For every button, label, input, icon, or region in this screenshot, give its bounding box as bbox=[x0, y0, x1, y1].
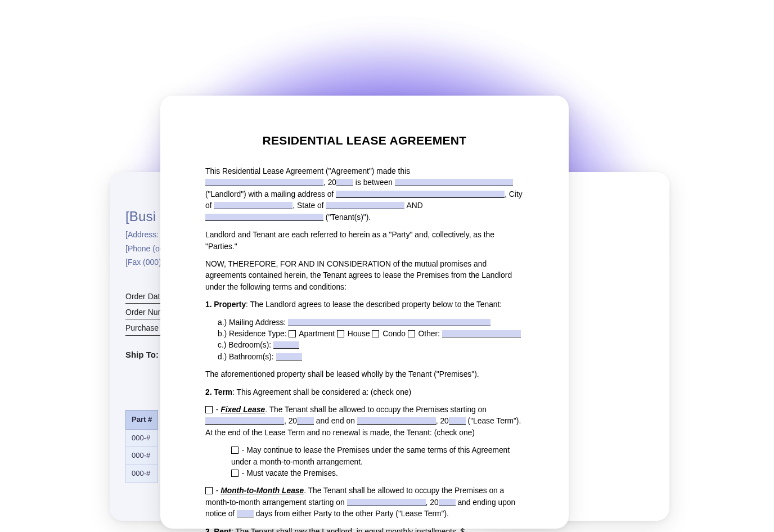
blank-bedrooms[interactable] bbox=[273, 341, 299, 349]
blank-address[interactable] bbox=[336, 191, 505, 198]
prop-residence-type: b.) Residence Type: Apartment House Cond… bbox=[218, 328, 524, 340]
blank-mailing-address[interactable] bbox=[288, 319, 490, 326]
table-row: 000-# bbox=[126, 447, 158, 465]
section-2: 2. Term: This Agreement shall be conside… bbox=[205, 387, 524, 398]
stage: [Busi [Address: - [Phone (oc [Fax (000) … bbox=[0, 0, 774, 532]
checkbox-must-vacate[interactable] bbox=[231, 470, 238, 477]
blank-tenant[interactable] bbox=[205, 214, 323, 221]
checkbox-apartment[interactable] bbox=[289, 330, 296, 337]
blank-mtm-year[interactable] bbox=[439, 499, 456, 506]
blank-date[interactable] bbox=[205, 179, 323, 186]
blank-year[interactable] bbox=[336, 179, 353, 186]
prop-bedrooms: c.) Bedroom(s): bbox=[218, 340, 524, 351]
blank-other-type[interactable] bbox=[442, 330, 521, 337]
property-details: a.) Mailing Address: b.) Residence Type:… bbox=[218, 317, 524, 363]
parties-line: Landlord and Tenant are each referred to… bbox=[205, 229, 524, 253]
blank-landlord[interactable] bbox=[395, 179, 513, 186]
order-number-label: Order Num bbox=[125, 306, 164, 319]
blank-notice-days[interactable] bbox=[237, 510, 254, 517]
blank-start-year[interactable] bbox=[297, 417, 314, 425]
blank-end-year[interactable] bbox=[449, 417, 466, 425]
checkbox-house[interactable] bbox=[337, 330, 344, 337]
prop-bathrooms: d.) Bathroom(s): bbox=[218, 351, 524, 363]
checkbox-other[interactable] bbox=[408, 330, 415, 337]
prop-mailing: a.) Mailing Address: bbox=[218, 317, 524, 328]
card-lease-agreement: RESIDENTIAL LEASE AGREEMENT This Residen… bbox=[160, 96, 569, 529]
blank-state[interactable] bbox=[326, 202, 404, 209]
blank-start-date[interactable] bbox=[205, 417, 284, 425]
checkbox-condo[interactable] bbox=[372, 330, 379, 337]
document-title: RESIDENTIAL LEASE AGREEMENT bbox=[205, 132, 524, 149]
blank-end-date[interactable] bbox=[357, 417, 436, 425]
intro-paragraph: This Residential Lease Agreement ("Agree… bbox=[205, 166, 524, 223]
section-3: 3. Rent: The Tenant shall pay the Landlo… bbox=[205, 526, 524, 532]
mtm-lease-option: - Month-to-Month Lease. The Tenant shall… bbox=[205, 485, 524, 520]
section-1: 1. Property: The Landlord agrees to leas… bbox=[205, 299, 524, 310]
parts-table: Part # 000-# 000-# 000-# bbox=[125, 410, 158, 483]
table-row: 000-# bbox=[126, 429, 158, 447]
now-therefore: NOW, THEREFORE, FOR AND IN CONSIDERATION… bbox=[205, 259, 524, 293]
table-row: 000-# bbox=[126, 465, 158, 483]
checkbox-mtm-lease[interactable] bbox=[205, 487, 213, 494]
blank-mtm-date[interactable] bbox=[347, 499, 426, 506]
fixed-lease-option: - Fixed Lease. The Tenant shall be allow… bbox=[205, 404, 524, 439]
checkbox-may-continue[interactable] bbox=[231, 447, 238, 454]
checkbox-fixed-lease[interactable] bbox=[205, 406, 213, 413]
blank-city[interactable] bbox=[214, 202, 292, 209]
fixed-lease-suboptions: - May continue to lease the Premises und… bbox=[231, 445, 524, 479]
parts-table-header: Part # bbox=[126, 410, 158, 429]
order-date-label: Order Date bbox=[125, 290, 164, 304]
premises-line: The aforementioned property shall be lea… bbox=[205, 369, 524, 380]
blank-bathrooms[interactable] bbox=[276, 353, 302, 360]
